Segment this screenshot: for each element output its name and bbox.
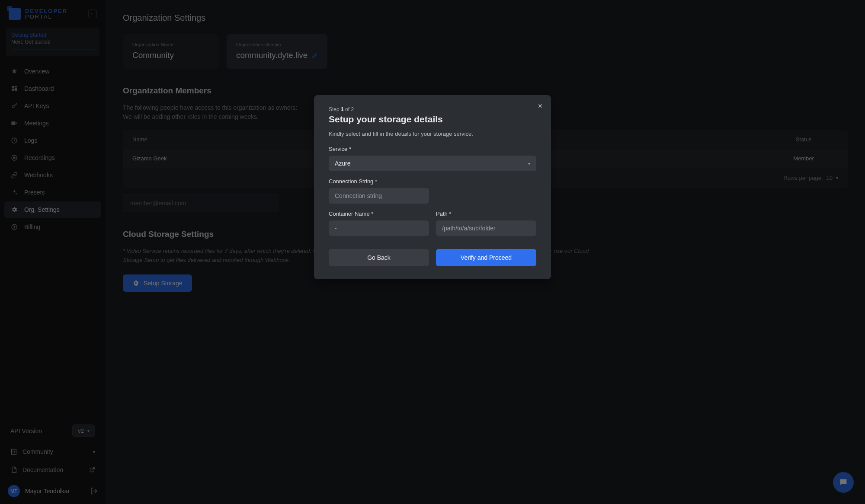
- service-label: Service *: [329, 146, 536, 152]
- modal-overlay[interactable]: Step 1 of 2 Setup your storage details K…: [0, 0, 865, 504]
- container-field: Container Name *: [329, 211, 429, 236]
- service-value: Azure: [335, 160, 351, 167]
- connection-field: Connection String *: [329, 178, 536, 204]
- modal-buttons: Go Back Verify and Proceed: [329, 249, 536, 266]
- go-back-button[interactable]: Go Back: [329, 249, 429, 266]
- connection-input[interactable]: [329, 188, 429, 204]
- path-input[interactable]: [436, 220, 536, 236]
- service-field: Service * Azure ▾: [329, 146, 536, 171]
- connection-label: Connection String *: [329, 178, 536, 185]
- chevron-down-icon: ▾: [528, 161, 530, 166]
- verify-proceed-button[interactable]: Verify and Proceed: [436, 249, 536, 266]
- modal-step: Step 1 of 2: [329, 106, 536, 112]
- modal-close-button[interactable]: [537, 103, 543, 109]
- path-field: Path *: [436, 211, 536, 236]
- path-label: Path *: [436, 211, 536, 217]
- service-select[interactable]: Azure ▾: [329, 156, 536, 171]
- container-input[interactable]: [329, 220, 429, 236]
- modal-title: Setup your storage details: [329, 114, 536, 124]
- close-icon: [537, 103, 543, 109]
- setup-storage-modal: Step 1 of 2 Setup your storage details K…: [314, 95, 551, 279]
- container-label: Container Name *: [329, 211, 429, 217]
- modal-description: Kindly select and fill in the details fo…: [329, 131, 536, 137]
